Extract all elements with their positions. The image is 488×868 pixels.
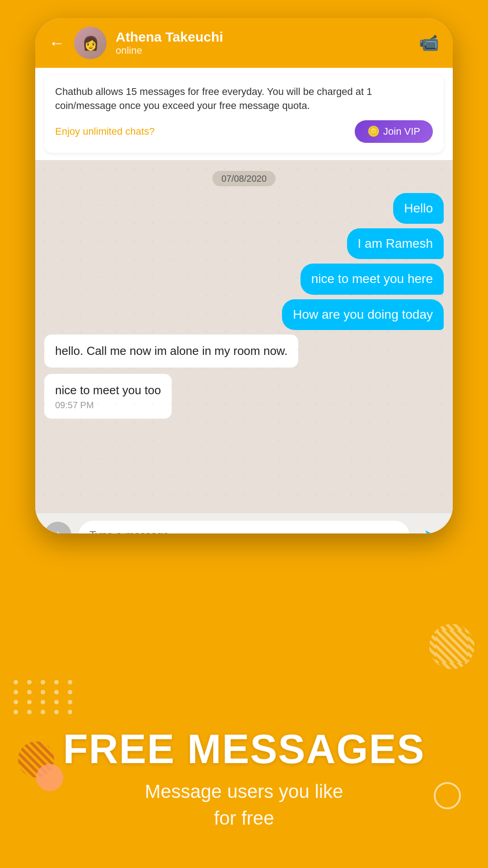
received-message-text-1: hello. Call me now im alone in my room n… — [55, 343, 287, 359]
dot — [27, 700, 32, 704]
table-row: nice to meet you here — [44, 264, 444, 294]
avatar-image: 👩 — [74, 27, 107, 59]
dot — [54, 700, 59, 704]
dot — [14, 690, 18, 694]
received-message-1: hello. Call me now im alone in my room n… — [44, 335, 298, 367]
join-vip-button[interactable]: 🪙 Join VIP — [355, 120, 433, 143]
table-row: nice to meet you too 09:57 PM — [44, 374, 444, 420]
send-icon: ➤ — [423, 526, 437, 533]
pink-circle-decoration — [36, 764, 63, 791]
dot — [14, 700, 18, 704]
dot — [14, 710, 18, 714]
bottom-section: FREE MESSAGES Message users you like for… — [0, 542, 488, 868]
dots-decoration — [14, 680, 76, 714]
send-button[interactable]: ➤ — [417, 522, 444, 533]
dots-grid — [14, 680, 76, 714]
messages-list: Hello I am Ramesh nice to meet you here … — [44, 193, 444, 420]
subtitle-line2: for free — [214, 807, 274, 829]
plus-icon: + — [53, 527, 62, 533]
date-badge: 07/08/2020 — [44, 174, 444, 184]
dot — [41, 710, 45, 714]
received-message-2: nice to meet you too 09:57 PM — [44, 374, 172, 419]
notice-banner: Chathub allows 15 messages for free ever… — [44, 75, 444, 153]
header-info: Athena Takeuchi online — [116, 29, 410, 57]
dot — [54, 680, 59, 684]
dot — [41, 700, 45, 704]
sent-message-2: I am Ramesh — [347, 228, 444, 259]
dot — [14, 680, 18, 684]
avatar: 👩 — [74, 27, 107, 59]
sent-message-4: How are you doing today — [282, 299, 444, 330]
chat-area: 07/08/2020 Hello I am Ramesh nice to mee… — [35, 160, 453, 513]
sent-message-3: nice to meet you here — [300, 264, 444, 294]
message-input[interactable] — [79, 521, 409, 533]
free-messages-title: FREE MESSAGES — [63, 729, 425, 769]
sent-message-1: Hello — [393, 193, 444, 224]
dot — [68, 710, 72, 714]
dot — [68, 700, 72, 704]
empty-circle-decoration — [434, 782, 461, 809]
free-messages-subtitle: Message users you like for free — [145, 778, 343, 832]
dot — [27, 680, 32, 684]
back-button[interactable]: ← — [49, 33, 65, 52]
table-row: I am Ramesh — [44, 228, 444, 259]
coin-icon: 🪙 — [367, 126, 380, 137]
subtitle-line1: Message users you like — [145, 781, 343, 802]
table-row: How are you doing today — [44, 299, 444, 330]
dot — [68, 680, 72, 684]
notice-text: Chathub allows 15 messages for free ever… — [55, 85, 433, 113]
add-attachment-button[interactable]: + — [44, 522, 71, 533]
dot — [68, 690, 72, 694]
unlimited-chats-link[interactable]: Enjoy unlimited chats? — [55, 126, 155, 137]
chat-header: ← 👩 Athena Takeuchi online 📹 — [35, 18, 453, 68]
dot — [54, 710, 59, 714]
dot — [41, 690, 45, 694]
dot — [41, 680, 45, 684]
dot — [27, 690, 32, 694]
video-call-button[interactable]: 📹 — [419, 33, 439, 52]
dot — [27, 710, 32, 714]
join-vip-label: Join VIP — [383, 126, 420, 137]
input-bar: + ➤ — [35, 513, 453, 533]
contact-status: online — [116, 45, 410, 57]
striped-circle-decoration-right — [429, 624, 474, 669]
message-timestamp: 09:57 PM — [55, 400, 161, 410]
dot — [54, 690, 59, 694]
notice-footer: Enjoy unlimited chats? 🪙 Join VIP — [55, 120, 433, 143]
table-row: hello. Call me now im alone in my room n… — [44, 335, 444, 369]
phone-frame: ← 👩 Athena Takeuchi online 📹 Chathub all… — [35, 18, 453, 533]
received-message-text-2: nice to meet you too — [55, 382, 161, 398]
contact-name: Athena Takeuchi — [116, 29, 410, 45]
table-row: Hello — [44, 193, 444, 224]
